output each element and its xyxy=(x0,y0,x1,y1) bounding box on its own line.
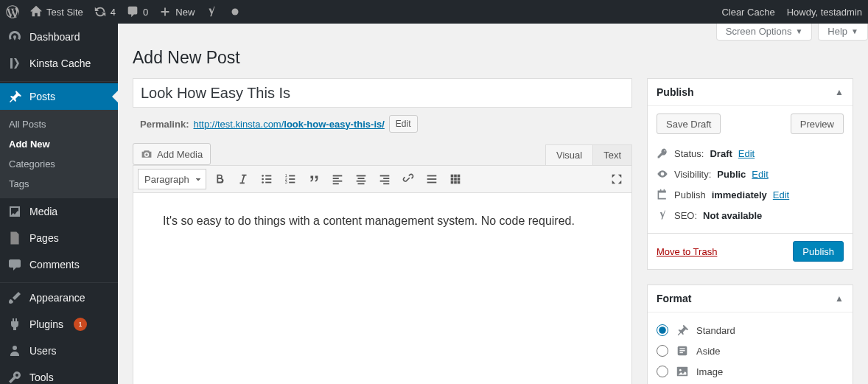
align-center-button[interactable] xyxy=(351,169,371,189)
svg-rect-4 xyxy=(265,175,271,177)
collapse-toggle[interactable]: ▲ xyxy=(835,87,844,97)
collapse-toggle[interactable]: ▲ xyxy=(835,293,844,304)
svg-rect-31 xyxy=(451,178,454,181)
chevron-down-icon: ▼ xyxy=(795,27,802,35)
format-radio-standard[interactable] xyxy=(657,324,668,336)
edit-status-link[interactable]: Edit xyxy=(738,148,755,159)
comments-link[interactable]: 0 xyxy=(126,5,148,18)
submenu-tags[interactable]: Tags xyxy=(0,174,118,194)
svg-point-3 xyxy=(262,181,264,184)
submenu-add-new[interactable]: Add New xyxy=(0,134,118,154)
editor-toolbar: Paragraph 123 xyxy=(133,166,631,193)
edit-schedule-link[interactable]: Edit xyxy=(773,189,789,200)
menu-pages[interactable]: Pages xyxy=(0,225,118,251)
yoast-icon xyxy=(205,5,218,18)
svg-rect-6 xyxy=(265,182,271,184)
format-standard[interactable]: Standard xyxy=(657,320,844,341)
svg-point-0 xyxy=(232,9,239,15)
comments-count: 0 xyxy=(143,7,148,18)
howdy-link[interactable]: Howdy, testadmin xyxy=(787,7,862,18)
new-label: New xyxy=(175,7,195,18)
screen-options-toggle[interactable]: Screen Options▼ xyxy=(716,24,813,41)
wp-logo[interactable] xyxy=(6,5,19,18)
media-icon xyxy=(7,204,22,219)
align-right-button[interactable] xyxy=(374,169,395,189)
svg-text:3: 3 xyxy=(285,180,287,184)
calendar-icon xyxy=(657,189,668,200)
submenu-all-posts[interactable]: All Posts xyxy=(0,114,118,134)
permalink-label: Permalink: xyxy=(140,119,189,130)
edit-permalink-button[interactable]: Edit xyxy=(389,115,418,133)
tab-text[interactable]: Text xyxy=(593,144,632,165)
dot-icon xyxy=(228,5,242,18)
post-title-input[interactable] xyxy=(133,78,632,108)
save-draft-button[interactable]: Save Draft xyxy=(657,114,721,134)
kinsta-icon xyxy=(7,56,22,71)
status-row: Status: Draft Edit xyxy=(657,143,844,164)
fullscreen-button[interactable] xyxy=(606,169,627,189)
format-radio-image[interactable] xyxy=(657,366,668,377)
menu-kinsta-cache[interactable]: Kinsta Cache xyxy=(0,50,118,77)
edit-visibility-link[interactable]: Edit xyxy=(752,169,768,180)
new-content-link[interactable]: New xyxy=(158,5,195,18)
menu-appearance[interactable]: Appearance xyxy=(0,284,118,311)
key-icon xyxy=(657,147,668,159)
submenu-categories[interactable]: Categories xyxy=(0,154,118,174)
move-to-trash-link[interactable]: Move to Trash xyxy=(657,246,717,257)
format-title: Format xyxy=(657,293,691,304)
home-icon xyxy=(29,5,43,18)
help-toggle[interactable]: Help▼ xyxy=(818,24,868,41)
align-left-button[interactable] xyxy=(327,169,348,189)
admin-topbar: Test Site 4 0 New xyxy=(0,0,868,24)
blockquote-button[interactable] xyxy=(304,169,324,189)
svg-rect-5 xyxy=(265,178,271,180)
svg-rect-38 xyxy=(679,348,685,349)
format-select[interactable]: Paragraph xyxy=(138,169,206,189)
svg-rect-40 xyxy=(679,352,683,353)
menu-separator xyxy=(0,78,118,82)
svg-rect-33 xyxy=(458,178,461,181)
admin-sidebar: Dashboard Kinsta Cache Posts All Posts A… xyxy=(0,24,118,384)
publish-metabox: Publish ▲ Save Draft Preview Status: Dra… xyxy=(647,78,853,270)
menu-users[interactable]: Users xyxy=(0,338,118,364)
add-media-button[interactable]: Add Media xyxy=(133,143,211,165)
format-aside[interactable]: Aside xyxy=(657,341,844,361)
tab-visual[interactable]: Visual xyxy=(545,144,593,165)
post-body-editor[interactable]: It's so easy to do things with a content… xyxy=(133,193,631,384)
pages-icon xyxy=(7,231,22,245)
format-image[interactable]: Image xyxy=(657,361,844,382)
yoast-seo-link[interactable] xyxy=(205,5,218,18)
refresh-icon xyxy=(94,5,107,18)
toolbar-toggle-button[interactable] xyxy=(445,169,466,189)
svg-point-2 xyxy=(262,178,264,181)
menu-comments[interactable]: Comments xyxy=(0,251,118,278)
pin-icon xyxy=(7,89,22,104)
svg-rect-28 xyxy=(451,175,454,178)
link-button[interactable] xyxy=(398,169,419,189)
format-radio-aside[interactable] xyxy=(657,345,668,357)
bullet-list-button[interactable] xyxy=(256,169,277,189)
number-list-button[interactable]: 123 xyxy=(280,169,301,189)
menu-posts[interactable]: Posts xyxy=(0,83,118,110)
menu-media[interactable]: Media xyxy=(0,198,118,225)
read-more-button[interactable] xyxy=(421,169,442,189)
svg-rect-19 xyxy=(357,181,366,182)
menu-dashboard[interactable]: Dashboard xyxy=(0,24,118,50)
menu-tools[interactable]: Tools xyxy=(0,364,118,384)
italic-button[interactable] xyxy=(233,169,253,189)
pin-icon xyxy=(676,324,689,337)
menu-plugins[interactable]: Plugins 1 xyxy=(0,311,118,338)
svg-rect-11 xyxy=(289,178,295,180)
svg-rect-35 xyxy=(454,181,457,184)
site-name-link[interactable]: Test Site xyxy=(29,5,83,18)
page-title: Add New Post xyxy=(133,48,853,68)
updates-link[interactable]: 4 xyxy=(94,5,116,18)
chevron-down-icon: ▼ xyxy=(851,27,858,35)
bold-button[interactable] xyxy=(209,169,230,189)
status-dot[interactable] xyxy=(228,5,242,18)
plugin-update-badge: 1 xyxy=(74,318,87,331)
clear-cache-link[interactable]: Clear Cache xyxy=(721,7,774,18)
permalink-link[interactable]: http://test.kinsta.com/look-how-easy-thi… xyxy=(193,119,384,130)
preview-button[interactable]: Preview xyxy=(791,114,844,134)
publish-button[interactable]: Publish xyxy=(793,241,844,262)
